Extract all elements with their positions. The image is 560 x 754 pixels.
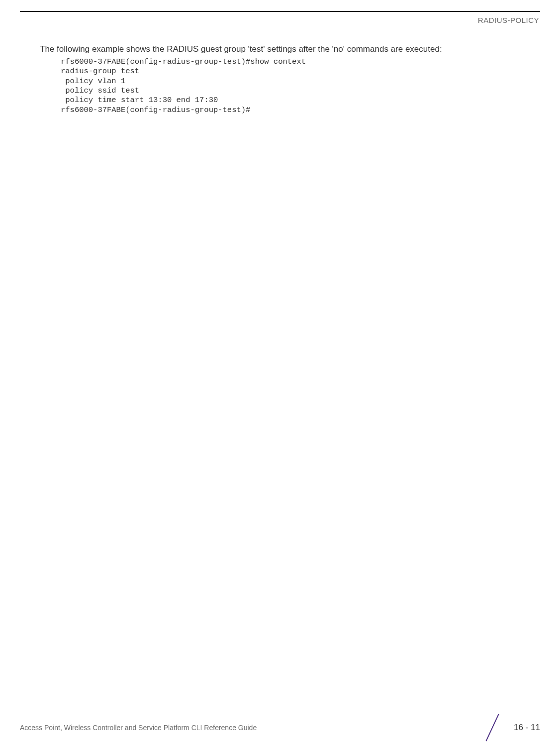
code-line: rfs6000-37FABE(config-radius-group-test)… xyxy=(61,57,306,66)
page-footer: Access Point, Wireless Controller and Se… xyxy=(20,715,540,740)
code-line: radius-group test xyxy=(61,67,139,76)
footer-slash-icon xyxy=(480,715,505,740)
header-divider xyxy=(20,11,540,12)
intro-paragraph: The following example shows the RADIUS g… xyxy=(40,44,520,55)
code-line: policy ssid test xyxy=(61,86,139,95)
page-number: 16 - 11 xyxy=(514,723,540,733)
footer-guide-title: Access Point, Wireless Controller and Se… xyxy=(20,724,257,732)
code-line: policy vlan 1 xyxy=(61,77,125,86)
code-line: policy time start 13:30 end 17:30 xyxy=(61,96,218,105)
code-example: rfs6000-37FABE(config-radius-group-test)… xyxy=(61,57,520,115)
page-content: The following example shows the RADIUS g… xyxy=(40,44,520,115)
code-line: rfs6000-37FABE(config-radius-group-test)… xyxy=(61,106,250,114)
header-section-title: RADIUS-POLICY xyxy=(478,16,539,24)
footer-right-group: 16 - 11 xyxy=(480,715,540,740)
